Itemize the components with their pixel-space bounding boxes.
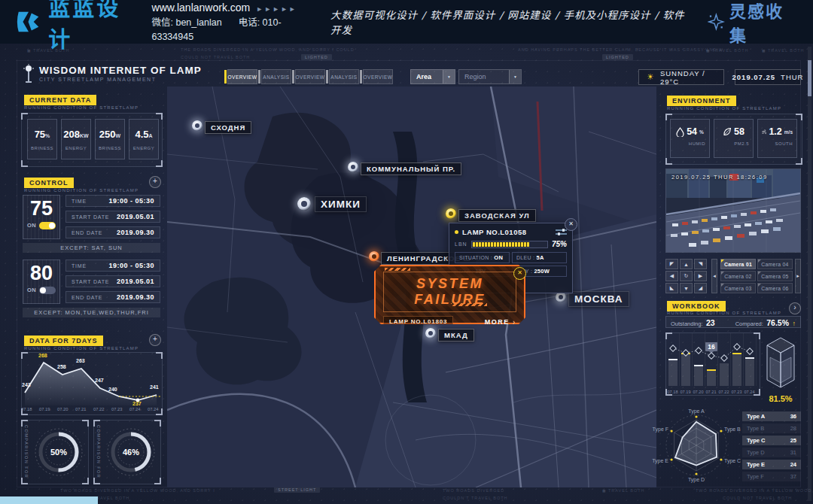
brand[interactable]: 蓝蓝设计 [15, 0, 140, 53]
footer-strip [0, 496, 98, 504]
camera-01-button[interactable]: Camera 01 [720, 259, 756, 269]
pan-down-right-button[interactable]: ◢ [694, 283, 707, 293]
lamp-cell-dleu: DLEU : 5A [512, 252, 567, 263]
type-row-a[interactable]: Type A36 [742, 411, 801, 421]
type-row-b[interactable]: Type B28 [742, 424, 801, 433]
caret-down-icon: ▼ [443, 70, 455, 83]
camera-list-prev-button[interactable]: ◂ [711, 259, 717, 293]
start-date-row: START DATE2019.05.01 [65, 275, 160, 287]
services-tagline: 大数据可视化设计 / 软件界面设计 / 网站建设 / 手机及小程序设计 / 软件… [330, 7, 688, 37]
map-label-khimki[interactable]: ХИМКИ [315, 196, 367, 212]
lamp-pin-warning[interactable] [446, 208, 456, 219]
svg-text:Type F: Type F [653, 427, 668, 433]
workbook-tag: WORKBOOK [667, 301, 726, 311]
tab-analysis-2[interactable]: ANALYSIS [329, 69, 359, 84]
scrollbar-track[interactable] [808, 47, 811, 501]
pan-down-button[interactable]: ▼ [680, 283, 693, 293]
website-link[interactable]: www.lanlanwork.com [152, 2, 251, 14]
leaf-icon [723, 127, 732, 137]
current-data-tag: CURRENT DATA [24, 95, 96, 105]
schedule-toggle-2[interactable] [39, 287, 56, 294]
end-date-row: END DATE2019.09.30 [65, 291, 160, 303]
stat-briness: 75% BRINESS [27, 119, 57, 159]
svg-text:Type E: Type E [652, 458, 668, 464]
svg-text:Type B: Type B [724, 427, 741, 433]
camera-06-button[interactable]: Camera 06 [757, 283, 793, 293]
decor-text: COULD NOT TRAVEL BOTH [723, 496, 792, 500]
decor-text: COULDN'T TRAVEL BOTH [443, 496, 508, 500]
map-label-mkad[interactable]: МКАД [438, 329, 474, 342]
expand-week-button[interactable]: + [149, 334, 161, 346]
scrollbar-thumb[interactable] [808, 60, 811, 96]
lbn-value: 75% [552, 240, 567, 248]
workbook-more-button[interactable]: › [789, 302, 801, 314]
decor-text: AND HAVING PERHAPS THE BETTER CLAIM, BEC… [518, 47, 723, 52]
tab-overview-3[interactable]: OVERVIEW [363, 69, 393, 84]
svg-text:46%: 46% [123, 448, 139, 457]
tab-overview-1[interactable]: OVERVIEW [227, 69, 257, 84]
promo-header: 蓝蓝设计 www.lanlanwork.com►►►►► 微信: ben_lan… [0, 0, 813, 44]
map-label-zavodskaya[interactable]: ЗАВОДСКАЯ УЛ [458, 209, 536, 222]
pan-right-button[interactable]: ▶ [694, 271, 707, 281]
wechat-label: 微信: ben_lanlan [152, 17, 222, 28]
pan-up-right-button[interactable]: ◥ [694, 259, 707, 269]
bar-tooltip: 16 [705, 342, 717, 351]
schedule-toggle-1[interactable] [39, 222, 56, 229]
lanlan-logo-icon [15, 8, 41, 35]
camera-04-button[interactable]: Camera 04 [757, 259, 793, 269]
map-label-kommunalny[interactable]: КОММУНАЛЬНЫЙ ПР. [361, 162, 461, 175]
page-subtitle: CITY STREETLAMP MANAGEMENT [39, 77, 156, 82]
region-select-value: Region [459, 73, 509, 80]
lamp-pin-failure[interactable] [369, 251, 379, 262]
map-label-moskva[interactable]: МОСКВА [568, 291, 629, 307]
type-row-d[interactable]: Type D31 [742, 448, 801, 457]
svg-text:Type D: Type D [688, 477, 705, 483]
type-row-e[interactable]: Type E24 [742, 460, 801, 469]
pan-down-left-button[interactable]: ◣ [665, 283, 678, 293]
contact-info: www.lanlanwork.com►►►►► 微信: ben_lanlan电话… [152, 0, 331, 44]
region-select[interactable]: Region ▼ [458, 69, 522, 84]
end-date-row: END DATE2019.09.30 [65, 226, 160, 238]
environment-subtitle: RUNNING CONDITION OF STREETLAMP [667, 106, 781, 111]
decor-text: ◼ TRAVEL BOTH [706, 48, 749, 53]
lamp-pin[interactable] [556, 292, 566, 302]
type-row-c[interactable]: Type C25 [742, 436, 801, 445]
decor-text: TWO ROADS DIVERGED IN A YELLOW WOOD, AND… [60, 488, 215, 493]
gauge-46: 46% [104, 423, 158, 481]
stat-watt: 250W BRINESS [95, 119, 125, 159]
decor-text: COULD NOT TRAVEL BOTH [181, 55, 250, 59]
lamp-pin[interactable] [297, 197, 311, 211]
pan-up-button[interactable]: ▲ [680, 259, 693, 269]
comparison-gauge-box-1: COMPARISON FOR 50% [21, 420, 89, 484]
sliders-icon[interactable] [556, 229, 567, 235]
camera-feed[interactable]: 2019.07.25 THUR 18:26:09 [665, 169, 801, 253]
tab-overview-2[interactable]: OVERVIEW [295, 69, 325, 84]
gauge-50: 50% [32, 423, 86, 481]
stat-ampere: 4.5A ENERGY [129, 119, 159, 159]
camera-feed-image [666, 169, 800, 252]
camera-05-button[interactable]: Camera 05 [757, 271, 793, 281]
tab-analysis-1[interactable]: ANALYSIS [261, 69, 291, 84]
collect-logo-text: 灵感收集 [729, 0, 798, 46]
failure-close-icon[interactable]: ✕ [513, 267, 526, 280]
comparison-gauge-box-2: COMPARISON FOR 46% [93, 420, 161, 484]
pan-left-button[interactable]: ◀ [665, 271, 678, 281]
area-select[interactable]: Area ▼ [410, 69, 455, 84]
camera-list-next-button[interactable]: ▸ [795, 259, 801, 293]
camera-02-button[interactable]: Camera 02 [720, 271, 756, 281]
brightness-bar[interactable] [471, 241, 548, 248]
current-data-subtitle: RUNNING CONDITION OF STREETLAMP [24, 105, 139, 110]
lamp-pin[interactable] [348, 162, 358, 172]
type-row-f[interactable]: Type F37 [742, 472, 801, 481]
close-icon[interactable]: ✕ [565, 218, 577, 231]
reset-view-button[interactable]: ↻ [680, 271, 693, 281]
camera-03-button[interactable]: Camera 03 [720, 283, 756, 293]
environment-tag: ENVIRONMENT [667, 96, 736, 106]
lbn-label: LBN [455, 241, 467, 247]
pan-up-left-button[interactable]: ◤ [665, 259, 678, 269]
map-label-skhodnya[interactable]: СХОДНЯ [205, 121, 251, 134]
add-schedule-button[interactable]: + [149, 176, 161, 188]
lamp-pin[interactable] [192, 120, 202, 131]
lamp-pin[interactable] [425, 328, 436, 339]
collect-logo[interactable]: 灵感收集 [708, 0, 798, 46]
